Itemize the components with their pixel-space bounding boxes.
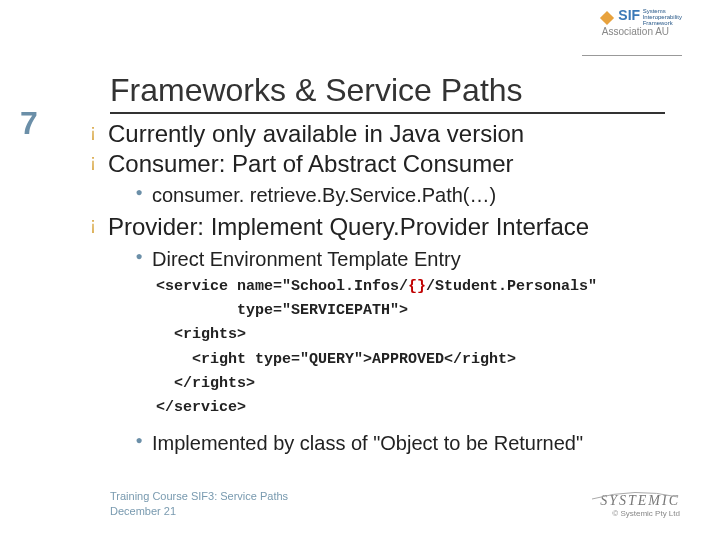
code-text: <right type="QUERY">APPROVED</right>: [156, 350, 516, 370]
bullet-text: Provider: Implement Query.Provider Inter…: [108, 213, 589, 241]
code-line: <service name="School.Infos/{}/Student.P…: [156, 277, 688, 297]
logo-association: Association AU: [602, 26, 682, 37]
dot-bullet-icon: ●: [126, 431, 152, 449]
code-text: <rights>: [156, 325, 246, 345]
bullet-text: Currently only available in Java version: [108, 120, 524, 148]
bullet-text: Consumer: Part of Abstract Consumer: [108, 150, 514, 178]
code-line: type="SERVICEPATH">: [156, 301, 688, 321]
slide-title: Frameworks & Service Paths: [110, 72, 670, 109]
bullet-text: Direct Environment Template Entry: [152, 247, 461, 271]
page-number: 7: [20, 105, 38, 142]
title-rule: [110, 112, 665, 114]
header-logo: SIF Systems Interoperability Framework A…: [602, 8, 682, 37]
bullet-level2: ● consumer. retrieve.By.Service.Path(…): [126, 183, 688, 207]
circle-bullet-icon: ¡: [78, 120, 108, 143]
code-text: <service name="School.Infos/{}/Student.P…: [156, 277, 597, 297]
swoosh-icon: [590, 489, 680, 503]
footer-line1: Training Course SIF3: Service Paths: [110, 489, 288, 503]
logo-sif: SIF: [618, 8, 640, 23]
bullet-level1: ¡ Provider: Implement Query.Provider Int…: [78, 213, 688, 241]
code-text: type="SERVICEPATH">: [156, 301, 408, 321]
bullet-text: Implemented by class of "Object to be Re…: [152, 431, 583, 455]
bullet-level1: ¡ Currently only available in Java versi…: [78, 120, 688, 148]
header-rule: [582, 55, 682, 56]
dot-bullet-icon: ●: [126, 183, 152, 201]
code-line: </rights>: [156, 374, 688, 394]
footer-copyright: © Systemic Pty Ltd: [600, 509, 680, 518]
footer-line2: December 21: [110, 504, 288, 518]
bullet-level1: ¡ Consumer: Part of Abstract Consumer: [78, 150, 688, 178]
code-text: </service>: [156, 398, 246, 418]
circle-bullet-icon: ¡: [78, 213, 108, 236]
code-line: <rights>: [156, 325, 688, 345]
code-line: <right type="QUERY">APPROVED</right>: [156, 350, 688, 370]
footer-text: Training Course SIF3: Service Paths Dece…: [110, 489, 288, 518]
footer-logo: SYSTEMIC © Systemic Pty Ltd: [600, 493, 680, 518]
slide-content: ¡ Currently only available in Java versi…: [78, 120, 688, 461]
bullet-level2: ● Direct Environment Template Entry: [126, 247, 688, 271]
circle-bullet-icon: ¡: [78, 150, 108, 173]
code-line: </service>: [156, 398, 688, 418]
dot-bullet-icon: ●: [126, 247, 152, 265]
slide: SIF Systems Interoperability Framework A…: [0, 0, 720, 540]
bullet-text: consumer. retrieve.By.Service.Path(…): [152, 183, 496, 207]
bullet-level2: ● Implemented by class of "Object to be …: [126, 431, 688, 455]
code-text: </rights>: [156, 374, 255, 394]
diamond-icon: [600, 11, 614, 25]
